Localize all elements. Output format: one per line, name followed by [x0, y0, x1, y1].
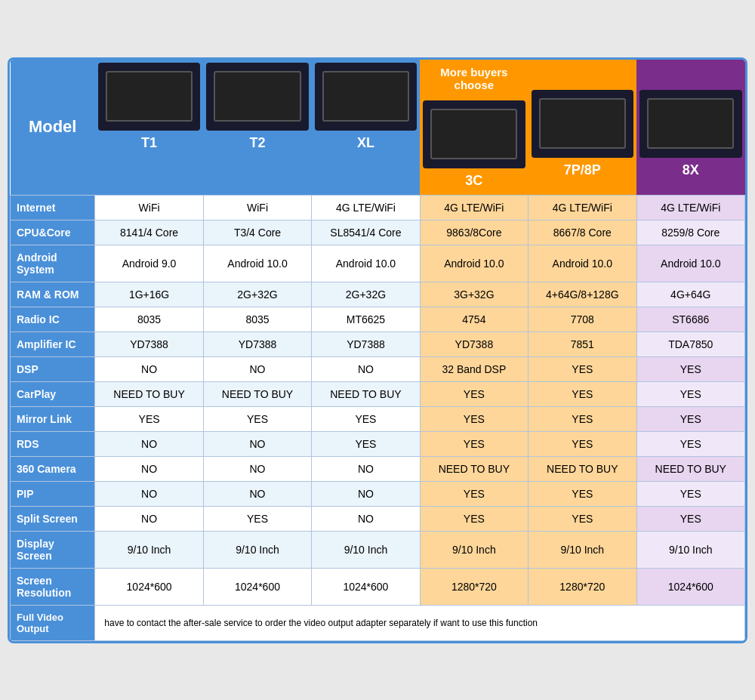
- cell-0: 1024*600: [95, 568, 203, 605]
- cell-0: NO: [95, 481, 203, 506]
- label-mirror_link: Mirror Link: [11, 406, 95, 431]
- data-row-rds: RDSNONOYESYESYESYES: [11, 431, 745, 456]
- cell-4: YES: [528, 381, 636, 406]
- cell-5: YES: [636, 381, 744, 406]
- cell-2: 1024*600: [312, 568, 420, 605]
- t1-screen-inner: [106, 71, 193, 122]
- cell-3: 9863/8Core: [420, 220, 528, 245]
- cell-0: NO: [95, 356, 203, 381]
- cell-2: YES: [312, 431, 420, 456]
- data-row-pip: PIPNONONOYESYESYES: [11, 481, 745, 506]
- model-t2-header: T2: [203, 60, 311, 196]
- cell-1: YES: [203, 506, 311, 531]
- cell-5: YES: [636, 481, 744, 506]
- cell-4: 8667/8 Core: [528, 220, 636, 245]
- data-row-radio_ic: Radio IC80358035MT662547547708ST6686: [11, 307, 745, 331]
- cell-5: 1024*600: [636, 568, 744, 605]
- 3c-model-name: 3C: [423, 173, 525, 189]
- cell-3: NEED TO BUY: [420, 456, 528, 481]
- cell-1: NO: [203, 481, 311, 506]
- data-row-carplay: CarPlayNEED TO BUYNEED TO BUYNEED TO BUY…: [11, 381, 745, 406]
- label-amplifier_ic: Amplifier IC: [11, 331, 95, 356]
- more-buyers-badge: More buyers choose: [420, 60, 528, 97]
- data-row-amplifier_ic: Amplifier ICYD7388YD7388YD7388YD73887851…: [11, 331, 745, 356]
- 3c-screen-image: [423, 100, 525, 168]
- cell-1: WiFi: [203, 195, 311, 220]
- cell-0: Android 9.0: [95, 245, 203, 282]
- cell-4: 7851: [528, 331, 636, 356]
- cell-2: NO: [312, 506, 420, 531]
- cell-4: 9/10 Inch: [528, 531, 636, 568]
- xl-model-name: XL: [315, 135, 417, 151]
- full-video-output-row: Full Video Outputhave to contact the aft…: [11, 605, 745, 640]
- cell-5: YES: [636, 356, 744, 381]
- cell-5: 4G LTE/WiFi: [636, 195, 744, 220]
- label-dsp: DSP: [11, 356, 95, 381]
- cell-3: YES: [420, 481, 528, 506]
- cell-2: MT6625: [312, 307, 420, 331]
- label-split_screen: Split Screen: [11, 506, 95, 531]
- cell-4: YES: [528, 406, 636, 431]
- cell-5: YES: [636, 506, 744, 531]
- data-row-cpu_core: CPU&Core8141/4 CoreT3/4 CoreSL8541/4 Cor…: [11, 220, 745, 245]
- cell-0: YD7388: [95, 331, 203, 356]
- cell-1: YES: [203, 406, 311, 431]
- cell-5: YES: [636, 406, 744, 431]
- cell-0: 1G+16G: [95, 282, 203, 307]
- label-rds: RDS: [11, 431, 95, 456]
- t2-screen-inner: [214, 71, 300, 122]
- cell-3: YES: [420, 431, 528, 456]
- data-row-split_screen: Split ScreenNOYESNOYESYESYES: [11, 506, 745, 531]
- data-row-display_screen: Display Screen9/10 Inch9/10 Inch9/10 Inc…: [11, 531, 745, 568]
- full-video-output-text: have to contact the after-sale service t…: [95, 605, 745, 640]
- cell-4: 4+64G/8+128G: [528, 282, 636, 307]
- cell-0: NO: [95, 456, 203, 481]
- cell-5: 8259/8 Core: [636, 220, 744, 245]
- model-xl-header: XL: [312, 60, 420, 196]
- cell-2: 4G LTE/WiFi: [312, 195, 420, 220]
- label-display_screen: Display Screen: [11, 531, 95, 568]
- cell-0: YES: [95, 406, 203, 431]
- 8x-screen-image: [639, 90, 741, 158]
- cell-2: NO: [312, 481, 420, 506]
- 3c-screen-inner: [430, 109, 517, 160]
- cell-0: 9/10 Inch: [95, 531, 203, 568]
- comparison-table: Model T1 T2 XL: [8, 57, 747, 643]
- cell-5: 9/10 Inch: [636, 531, 744, 568]
- cell-2: YD7388: [312, 331, 420, 356]
- cell-4: 1280*720: [528, 568, 636, 605]
- cell-5: Android 10.0: [636, 245, 744, 282]
- header-row: Model T1 T2 XL: [11, 60, 745, 196]
- cell-1: Android 10.0: [203, 245, 311, 282]
- 7p8p-screen-image: [532, 90, 633, 158]
- cell-0: NO: [95, 431, 203, 456]
- cell-3: 32 Band DSP: [420, 356, 528, 381]
- cell-4: YES: [528, 431, 636, 456]
- data-row-internet: InternetWiFiWiFi4G LTE/WiFi4G LTE/WiFi4G…: [11, 195, 745, 220]
- cell-4: 7708: [528, 307, 636, 331]
- model-label: Model: [11, 60, 95, 196]
- cell-4: NEED TO BUY: [528, 456, 636, 481]
- cell-5: NEED TO BUY: [636, 456, 744, 481]
- cell-3: 4G LTE/WiFi: [420, 195, 528, 220]
- cell-2: SL8541/4 Core: [312, 220, 420, 245]
- t1-screen-image: [98, 63, 200, 131]
- t2-model-name: T2: [206, 135, 308, 151]
- model-7p8p-header: 7P/8P: [528, 60, 636, 196]
- model-8x-header: 8X: [636, 60, 744, 196]
- label-full-video-output: Full Video Output: [11, 605, 95, 640]
- 7p8p-model-name: 7P/8P: [532, 162, 633, 178]
- cell-1: T3/4 Core: [203, 220, 311, 245]
- cell-3: YES: [420, 381, 528, 406]
- cell-4: 4G LTE/WiFi: [528, 195, 636, 220]
- cell-2: NEED TO BUY: [312, 381, 420, 406]
- data-row-ram___rom: RAM & ROM1G+16G2G+32G2G+32G3G+32G4+64G/8…: [11, 282, 745, 307]
- 7p8p-screen-inner: [539, 98, 626, 150]
- cell-0: 8141/4 Core: [95, 220, 203, 245]
- cell-0: NEED TO BUY: [95, 381, 203, 406]
- label-carplay: CarPlay: [11, 381, 95, 406]
- cell-1: NEED TO BUY: [203, 381, 311, 406]
- label-pip: PIP: [11, 481, 95, 506]
- cell-4: Android 10.0: [528, 245, 636, 282]
- cell-3: YD7388: [420, 331, 528, 356]
